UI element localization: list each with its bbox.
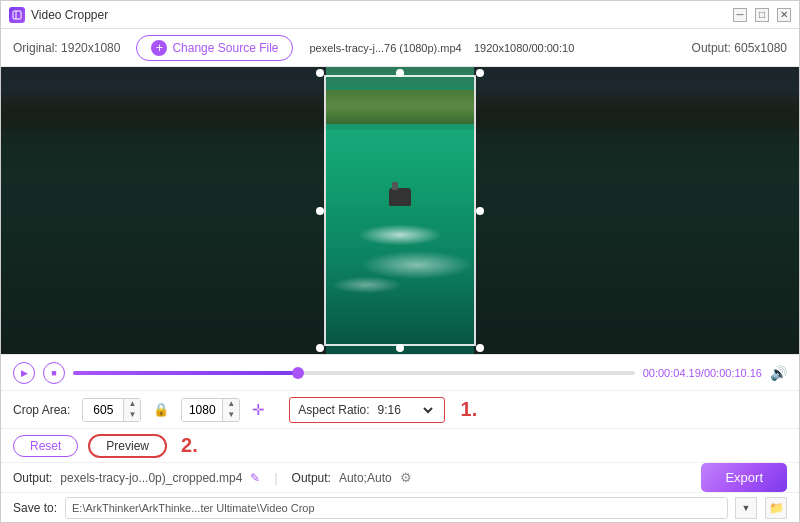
window-controls: ─ □ ✕ bbox=[733, 8, 791, 22]
path-dropdown-button[interactable]: ▼ bbox=[735, 497, 757, 519]
width-spinbox[interactable]: 605 ▲ ▼ bbox=[82, 398, 141, 422]
height-spinbox-buttons: ▲ ▼ bbox=[222, 399, 239, 421]
width-input[interactable]: 605 bbox=[83, 399, 123, 421]
maximize-button[interactable]: □ bbox=[755, 8, 769, 22]
crop-handle-bottom-right[interactable] bbox=[476, 344, 484, 352]
aspect-ratio-label: Aspect Ratio: bbox=[298, 403, 369, 417]
crop-handle-mid-left[interactable] bbox=[316, 207, 324, 215]
window-title: Video Cropper bbox=[31, 8, 108, 22]
height-input[interactable]: 1080 bbox=[182, 399, 222, 421]
header-bar: Original: 1920x1080 + Change Source File… bbox=[1, 29, 799, 67]
original-size-label: Original: 1920x1080 bbox=[13, 41, 120, 55]
output2-value: Auto;Auto bbox=[339, 471, 392, 485]
volume-icon[interactable]: 🔊 bbox=[770, 365, 787, 381]
main-window: Video Cropper ─ □ ✕ Original: 1920x1080 … bbox=[0, 0, 800, 523]
time-display: 00:00:04.19/00:00:10.16 bbox=[643, 367, 762, 379]
ocean-color-scene bbox=[326, 67, 474, 354]
save-path-display: E:\ArkThinker\ArkThinke...ter Ultimate\V… bbox=[65, 497, 728, 519]
open-folder-button[interactable]: 📁 bbox=[765, 497, 787, 519]
crop-handle-top-left[interactable] bbox=[316, 69, 324, 77]
crop-controls-bar: Crop Area: 605 ▲ ▼ 🔒 1080 ▲ ▼ ✛ Aspect R… bbox=[1, 390, 799, 428]
move-icon[interactable]: ✛ bbox=[252, 401, 265, 419]
width-decrement-button[interactable]: ▼ bbox=[124, 410, 140, 421]
title-bar-left: Video Cropper bbox=[9, 7, 108, 23]
aspect-ratio-select[interactable]: 9:16 Original Free 16:9 4:3 3:4 1:1 bbox=[374, 402, 436, 418]
dark-overlay-left bbox=[1, 67, 326, 354]
file-info: pexels-tracy-j...76 (1080p).mp4 1920x108… bbox=[309, 42, 675, 54]
dark-overlay-right bbox=[474, 67, 799, 354]
play-button[interactable]: ▶ bbox=[13, 362, 35, 384]
plus-icon: + bbox=[151, 40, 167, 56]
minimize-button[interactable]: ─ bbox=[733, 8, 747, 22]
lock-icon[interactable]: 🔒 bbox=[153, 402, 169, 417]
save-to-label: Save to: bbox=[13, 501, 57, 515]
stop-button[interactable]: ■ bbox=[43, 362, 65, 384]
crop-region[interactable] bbox=[326, 67, 474, 354]
output-bar: Output: pexels-tracy-jo...0p)_cropped.mp… bbox=[1, 462, 799, 492]
reset-button[interactable]: Reset bbox=[13, 435, 78, 457]
height-spinbox[interactable]: 1080 ▲ ▼ bbox=[181, 398, 240, 422]
crop-handle-top-mid[interactable] bbox=[396, 69, 404, 77]
crop-handle-mid-right[interactable] bbox=[476, 207, 484, 215]
height-decrement-button[interactable]: ▼ bbox=[223, 410, 239, 421]
jet-ski bbox=[389, 188, 411, 206]
playback-bar: ▶ ■ 00:00:04.19/00:00:10.16 🔊 bbox=[1, 354, 799, 390]
wave-layer bbox=[326, 205, 474, 305]
change-source-button[interactable]: + Change Source File bbox=[136, 35, 293, 61]
progress-fill bbox=[73, 371, 298, 375]
gear-icon[interactable]: ⚙ bbox=[400, 470, 412, 485]
crop-handle-bottom-left[interactable] bbox=[316, 344, 324, 352]
edit-icon[interactable]: ✎ bbox=[250, 471, 260, 485]
crop-area-label: Crop Area: bbox=[13, 403, 70, 417]
title-bar: Video Cropper ─ □ ✕ bbox=[1, 1, 799, 29]
output-size-info: Output: 605x1080 bbox=[692, 41, 787, 55]
height-increment-button[interactable]: ▲ bbox=[223, 399, 239, 410]
step-1-badge: 1. bbox=[461, 398, 478, 421]
app-icon bbox=[9, 7, 25, 23]
save-bar: Save to: E:\ArkThinker\ArkThinke...ter U… bbox=[1, 492, 799, 522]
island-layer bbox=[326, 90, 474, 124]
video-preview-area bbox=[1, 67, 799, 354]
output-filename: pexels-tracy-jo...0p)_cropped.mp4 bbox=[60, 471, 242, 485]
crop-handle-bottom-mid[interactable] bbox=[396, 344, 404, 352]
svg-rect-0 bbox=[13, 11, 21, 19]
output-label: Output: bbox=[13, 471, 52, 485]
action-bar: Reset Preview 2. bbox=[1, 428, 799, 462]
progress-track[interactable] bbox=[73, 371, 635, 375]
step-2-badge: 2. bbox=[181, 434, 198, 457]
progress-thumb[interactable] bbox=[292, 367, 304, 379]
close-button[interactable]: ✕ bbox=[777, 8, 791, 22]
crop-handle-top-right[interactable] bbox=[476, 69, 484, 77]
export-button[interactable]: Export bbox=[701, 463, 787, 492]
output2-label: Output: bbox=[292, 471, 331, 485]
width-spinbox-buttons: ▲ ▼ bbox=[123, 399, 140, 421]
preview-button[interactable]: Preview bbox=[88, 434, 167, 458]
aspect-ratio-control: Aspect Ratio: 9:16 Original Free 16:9 4:… bbox=[289, 397, 444, 423]
width-increment-button[interactable]: ▲ bbox=[124, 399, 140, 410]
